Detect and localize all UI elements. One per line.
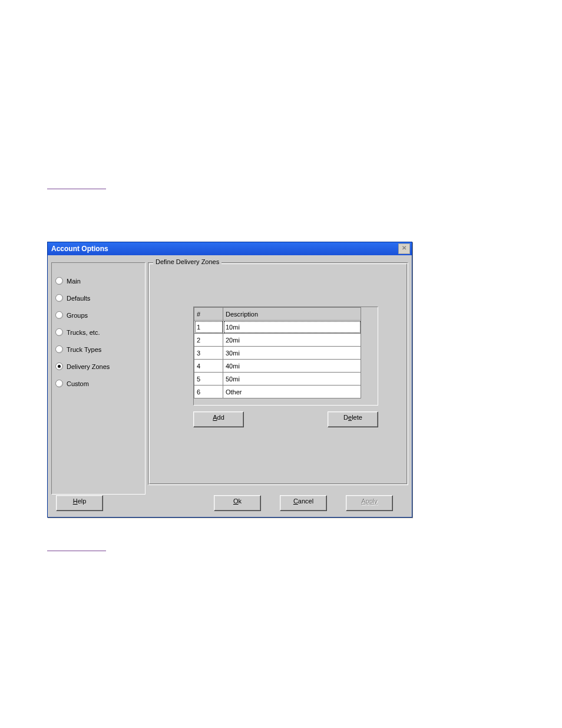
cell-number[interactable]: 2 [194,334,223,347]
close-icon[interactable]: ✕ [398,243,410,254]
table-row[interactable]: 3 30mi [194,347,361,360]
button-accel: O [233,498,239,505]
cell-description[interactable]: 50mi [223,373,361,386]
button-label: elp [78,498,87,505]
table-row[interactable]: 6 Other [194,386,361,398]
decorative-separator [47,189,106,189]
cell-number[interactable]: 1 [194,321,223,334]
nav-item-main[interactable]: Main [52,272,145,289]
ok-button[interactable]: Ok [214,495,261,511]
table-row[interactable]: 5 50mi [194,373,361,386]
dialog-title: Account Options [51,245,108,253]
nav-panel: Main Defaults Groups Trucks, etc. Truck … [51,262,146,495]
button-accel: H [73,498,78,505]
button-label: dd [217,414,224,421]
radio-icon [55,328,63,336]
account-options-dialog: Account Options ✕ Main Defaults Groups [47,242,412,518]
nav-label: Delivery Zones [67,363,110,370]
help-button[interactable]: Help [56,495,103,511]
radio-icon [55,363,63,370]
button-label: k [239,498,242,505]
nav-label: Groups [67,312,88,319]
cell-description[interactable]: 20mi [223,334,361,347]
cancel-button[interactable]: Cancel [280,495,327,511]
delivery-zones-groupbox: Define Delivery Zones # Description 1 10… [148,262,408,485]
radio-icon [55,345,63,353]
cell-number[interactable]: 6 [194,386,223,398]
delivery-zones-grid[interactable]: # Description 1 10mi 2 20mi 3 [193,307,378,406]
nav-label: Main [67,278,81,285]
add-button[interactable]: Add [193,411,244,427]
cell-number[interactable]: 5 [194,373,223,386]
radio-icon [55,380,63,387]
button-label: ancel [298,498,313,505]
nav-item-delivery-zones[interactable]: Delivery Zones [52,358,145,375]
cell-description[interactable]: 30mi [223,347,361,360]
nav-item-groups[interactable]: Groups [52,307,145,324]
button-accel: C [293,498,298,505]
nav-item-defaults[interactable]: Defaults [52,289,145,307]
button-label: lete [352,414,362,421]
decorative-separator [47,551,106,551]
scrollbar[interactable] [368,307,378,405]
button-accel: A [213,414,217,421]
delete-button[interactable]: Delete [328,411,378,427]
groupbox-legend: Define Delivery Zones [153,258,222,265]
nav-label: Trucks, etc. [67,329,100,336]
nav-item-trucks-etc[interactable]: Trucks, etc. [52,324,145,341]
dialog-body: Main Defaults Groups Trucks, etc. Truck … [48,255,412,517]
button-pre: D [343,414,348,421]
table-header-row: # Description [194,308,361,321]
cell-description[interactable]: 40mi [223,360,361,373]
nav-label: Defaults [67,295,90,302]
radio-icon [55,294,63,302]
nav-label: Custom [67,380,89,387]
cell-number[interactable]: 4 [194,360,223,373]
radio-icon [55,311,63,319]
cell-description[interactable]: 10mi [223,321,361,334]
apply-button: Apply [346,495,393,511]
table-row[interactable]: 4 40mi [194,360,361,373]
cell-number[interactable]: 3 [194,347,223,360]
nav-label: Truck Types [67,346,101,353]
delivery-zones-table[interactable]: # Description 1 10mi 2 20mi 3 [194,307,361,398]
dialog-titlebar[interactable]: Account Options ✕ [48,242,412,255]
cell-description[interactable]: Other [223,386,361,398]
column-header-description[interactable]: Description [223,308,361,321]
nav-item-truck-types[interactable]: Truck Types [52,341,145,358]
table-row[interactable]: 2 20mi [194,334,361,347]
table-row[interactable]: 1 10mi [194,321,361,334]
column-header-number[interactable]: # [194,308,223,321]
button-label: Apply [361,498,378,505]
radio-icon [55,277,63,285]
nav-item-custom[interactable]: Custom [52,375,145,392]
